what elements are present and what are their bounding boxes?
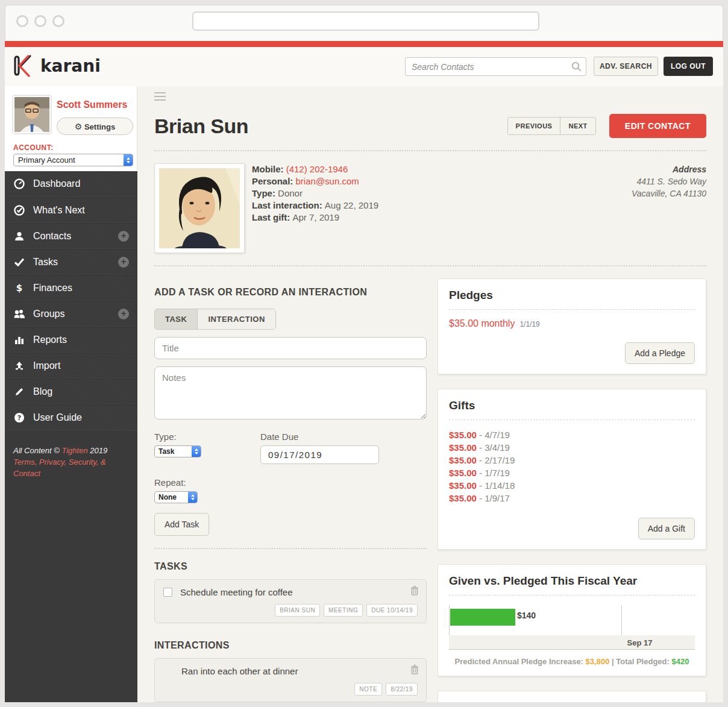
date-due-label: Date Due	[260, 432, 379, 442]
gift-amount-link[interactable]: $35.00	[449, 455, 477, 465]
sidebar-nav: Dashboard What's Next Contacts +	[5, 171, 137, 430]
total-pledged-value: $420	[671, 657, 689, 666]
logo[interactable]: karani	[12, 53, 101, 78]
window-maximize-button[interactable]	[52, 15, 64, 27]
dashboard-icon	[13, 178, 25, 189]
sidebar-item-tasks[interactable]: Tasks +	[5, 249, 137, 275]
add-gift-button[interactable]: Add a Gift	[638, 518, 695, 539]
brand-name: karani	[40, 56, 101, 76]
search-icon	[571, 61, 582, 72]
edit-contact-button[interactable]: EDIT CONTACT	[609, 114, 706, 138]
divider	[154, 548, 427, 549]
chart-plot-area: $140	[449, 605, 647, 635]
page-title: Brian Sun	[154, 115, 248, 138]
gift-amount-link[interactable]: $35.00	[449, 493, 477, 503]
select-stepper-icon	[124, 154, 133, 166]
gift-item: $35.00 - 1/9/17	[449, 492, 695, 504]
window-minimize-button[interactable]	[34, 15, 46, 27]
divider	[154, 265, 706, 266]
tighten-link[interactable]: Tighten	[61, 446, 87, 455]
sidebar-item-dashboard[interactable]: Dashboard	[5, 171, 137, 197]
previous-button[interactable]: PREVIOUS	[508, 118, 561, 134]
svg-text:?: ?	[17, 414, 21, 422]
copyright-line: All Content © Tighten 2019	[13, 445, 129, 456]
tab-interaction[interactable]: INTERACTION	[198, 309, 275, 329]
tasks-icon	[13, 257, 25, 268]
given-vs-pledged-card: Given vs. Pledged This Fiscal Year $140 …	[438, 564, 706, 676]
groups-icon	[13, 309, 25, 319]
pledges-heading: Pledges	[449, 289, 695, 302]
add-task-button[interactable]: Add Task	[154, 513, 209, 536]
sidebar-item-finances[interactable]: $ Finances	[5, 275, 137, 301]
repeat-select[interactable]: None	[154, 491, 198, 503]
type-label: Type:	[154, 432, 260, 442]
contact-photo	[154, 163, 245, 253]
mobile-link[interactable]: (412) 202-1946	[286, 164, 348, 174]
mobile-line: Mobile: (412) 202-1946	[252, 163, 378, 175]
adv-search-button[interactable]: ADV. SEARCH	[594, 57, 658, 76]
gift-amount-link[interactable]: $35.00	[449, 430, 477, 440]
delete-interaction-icon[interactable]	[410, 665, 419, 674]
tasks-heading: TASKS	[154, 561, 427, 572]
reports-icon	[13, 335, 25, 345]
add-pledge-button[interactable]: Add a Pledge	[625, 342, 695, 364]
task-checkbox[interactable]	[163, 588, 172, 597]
account-select[interactable]: Primary Account	[13, 154, 133, 166]
account-label: ACCOUNT:	[13, 143, 54, 152]
type-select[interactable]: Task	[154, 445, 201, 457]
settings-button[interactable]: ⚙ Settings	[57, 118, 133, 135]
interaction-title: Ran into each other at dinner	[181, 666, 298, 676]
search-input[interactable]	[405, 57, 586, 76]
next-button[interactable]: NEXT	[560, 118, 595, 134]
user-guide-icon: ?	[13, 412, 25, 423]
predicted-value: $3,800	[586, 657, 610, 666]
chart-today-line	[621, 605, 622, 635]
add-group-icon[interactable]: +	[118, 309, 129, 319]
chart-caption: Predicted Annual Pledge Increase: $3,800…	[449, 657, 695, 666]
logout-button[interactable]: LOG OUT	[664, 57, 713, 76]
gift-amount-link[interactable]: $35.00	[449, 468, 477, 478]
pledge-date: 1/1/19	[519, 320, 539, 328]
sidebar-item-whats-next[interactable]: What's Next	[5, 197, 137, 223]
window-close-button[interactable]	[16, 15, 28, 27]
add-contact-icon[interactable]: +	[118, 231, 129, 242]
interactions-heading: INTERACTIONS	[154, 640, 427, 651]
svg-text:$: $	[16, 283, 22, 294]
delete-task-icon[interactable]	[410, 586, 419, 595]
email-link[interactable]: brian@sun.com	[296, 176, 359, 186]
sidebar-item-blog[interactable]: Blog	[5, 379, 137, 404]
add-task-icon[interactable]: +	[118, 257, 129, 268]
given-vs-pledged-chart: $140 Sep 17	[449, 605, 695, 650]
gear-icon: ⚙	[75, 122, 83, 131]
repeat-label: Repeat:	[154, 477, 427, 488]
sidebar-item-import[interactable]: Import	[5, 353, 137, 379]
sidebar-footer: All Content © Tighten 2019 Terms, Privac…	[5, 445, 137, 479]
contact-details: Mobile: (412) 202-1946 Personal: brian@s…	[252, 163, 378, 253]
gift-item: $35.00 - 1/14/18	[449, 479, 695, 492]
date-due-input[interactable]	[260, 445, 379, 464]
gift-amount-link[interactable]: $35.00	[449, 480, 477, 491]
address-bar[interactable]	[192, 11, 539, 31]
menu-toggle-icon[interactable]	[154, 92, 166, 101]
divider	[449, 595, 695, 595]
task-title-input[interactable]	[154, 337, 427, 359]
pledge-amount-link[interactable]: $35.00 monthly	[449, 318, 515, 328]
address-line2: Vacaville, CA 41130	[632, 189, 706, 198]
tab-task[interactable]: TASK	[155, 309, 198, 329]
chart-bar-label: $140	[517, 611, 536, 620]
contact-summary: Mobile: (412) 202-1946 Personal: brian@s…	[154, 163, 706, 253]
task-type-badge: MEETING	[324, 604, 363, 617]
sidebar-item-contacts[interactable]: Contacts +	[5, 223, 137, 249]
gift-item: $35.00 - 2/17/19	[449, 454, 695, 467]
user-name: Scott Summers	[57, 99, 127, 110]
sidebar-item-user-guide[interactable]: ? User Guide	[5, 404, 137, 430]
sidebar-item-groups[interactable]: Groups +	[5, 301, 137, 327]
gift-amount-link[interactable]: $35.00	[449, 442, 477, 453]
legal-links[interactable]: Terms, Privacy, Security, & Contact	[13, 456, 129, 479]
chart-today-label: Sep 17	[627, 638, 653, 647]
groups-heading: Groups	[449, 701, 695, 702]
type-line: Type: Donor	[252, 187, 378, 200]
sidebar-item-reports[interactable]: Reports	[5, 327, 137, 353]
task-title: Schedule meeting for coffee	[180, 587, 293, 597]
task-notes-input[interactable]	[154, 366, 427, 419]
